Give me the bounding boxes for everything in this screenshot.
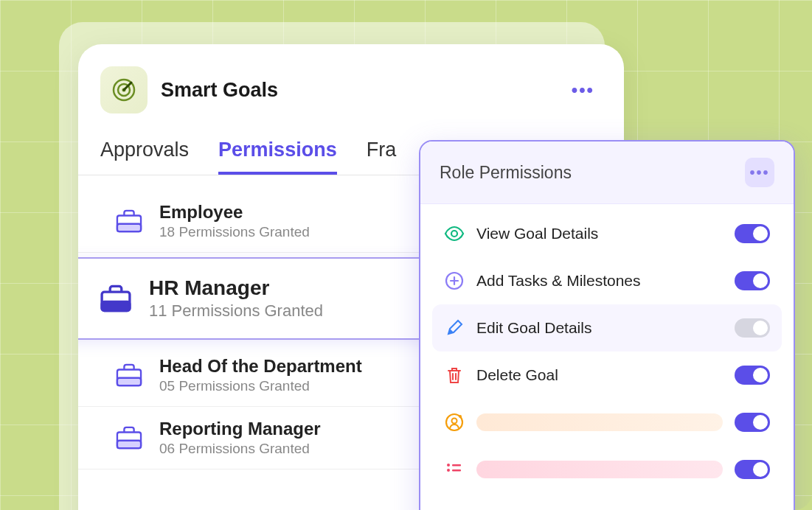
toggle-placeholder-2[interactable] <box>735 460 770 479</box>
pen-icon <box>444 318 465 338</box>
app-title: Smart Goals <box>161 79 558 102</box>
main-header: Smart Goals ••• <box>78 44 624 128</box>
app-logo <box>100 66 148 113</box>
role-sub: 11 Permissions Granted <box>149 301 323 321</box>
role-name: HR Manager <box>149 276 323 300</box>
eye-icon <box>444 223 465 244</box>
toggle-delete-goal[interactable] <box>735 366 770 385</box>
perm-label: Delete Goal <box>476 366 723 384</box>
perm-panel-more-button[interactable]: ••• <box>745 158 774 187</box>
perm-item-edit: Edit Goal Details <box>432 304 782 352</box>
role-name: Reporting Manager <box>159 419 321 439</box>
placeholder-bar <box>476 461 723 478</box>
tab-approvals[interactable]: Approvals <box>100 128 189 175</box>
perm-item-view: View Goal Details <box>432 210 782 257</box>
perm-item-placeholder-1 <box>432 399 782 446</box>
svg-point-21 <box>447 469 450 472</box>
list-icon <box>444 459 465 480</box>
toggle-placeholder-1[interactable] <box>735 413 770 432</box>
role-text: Head Of the Department 05 Permissions Gr… <box>159 356 362 394</box>
toggle-view-goal-details[interactable] <box>735 224 770 243</box>
svg-rect-20 <box>452 464 461 467</box>
perm-item-delete: Delete Goal <box>432 352 782 399</box>
perm-panel-title: Role Permissions <box>440 163 572 183</box>
role-sub: 18 Permissions Granted <box>159 224 310 240</box>
perm-label: Edit Goal Details <box>476 319 723 337</box>
perm-panel-header: Role Permissions ••• <box>420 142 794 204</box>
briefcase-icon <box>115 425 143 450</box>
perm-item-add: Add Tasks & Milestones <box>432 257 782 304</box>
role-name: Head Of the Department <box>159 356 362 377</box>
role-text: HR Manager 11 Permissions Granted <box>149 276 323 321</box>
placeholder-bar <box>476 413 723 431</box>
trash-icon <box>444 365 465 385</box>
perm-list: View Goal Details Add Tasks & Milestones… <box>420 204 794 499</box>
svg-point-18 <box>459 415 462 418</box>
svg-rect-22 <box>452 469 461 472</box>
briefcase-icon <box>115 209 143 234</box>
briefcase-icon <box>99 284 133 313</box>
toggle-add-tasks[interactable] <box>735 271 770 290</box>
tab-permissions[interactable]: Permissions <box>218 128 337 175</box>
tab-fra[interactable]: Fra <box>367 128 397 175</box>
role-sub: 06 Permissions Granted <box>159 441 321 457</box>
svg-point-12 <box>451 231 457 237</box>
role-sub: 05 Permissions Granted <box>159 378 362 394</box>
toggle-edit-goal[interactable] <box>735 318 770 338</box>
perm-label: Add Tasks & Milestones <box>476 272 723 290</box>
role-permissions-panel: Role Permissions ••• View Goal Details A… <box>419 140 795 510</box>
briefcase-icon <box>115 363 143 388</box>
target-icon <box>111 77 137 103</box>
svg-rect-9 <box>117 378 141 385</box>
perm-item-placeholder-2 <box>432 446 782 493</box>
svg-point-17 <box>452 419 457 424</box>
role-name: Employee <box>159 202 310 223</box>
svg-point-19 <box>447 464 450 467</box>
svg-rect-7 <box>102 301 130 310</box>
svg-rect-5 <box>117 224 141 231</box>
role-text: Employee 18 Permissions Granted <box>159 202 310 240</box>
header-more-button[interactable]: ••• <box>572 80 594 100</box>
role-text: Reporting Manager 06 Permissions Granted <box>159 419 321 457</box>
perm-label: View Goal Details <box>476 225 723 242</box>
user-badge-icon <box>444 412 465 433</box>
svg-rect-11 <box>117 441 141 448</box>
plus-circle-icon <box>444 270 465 291</box>
